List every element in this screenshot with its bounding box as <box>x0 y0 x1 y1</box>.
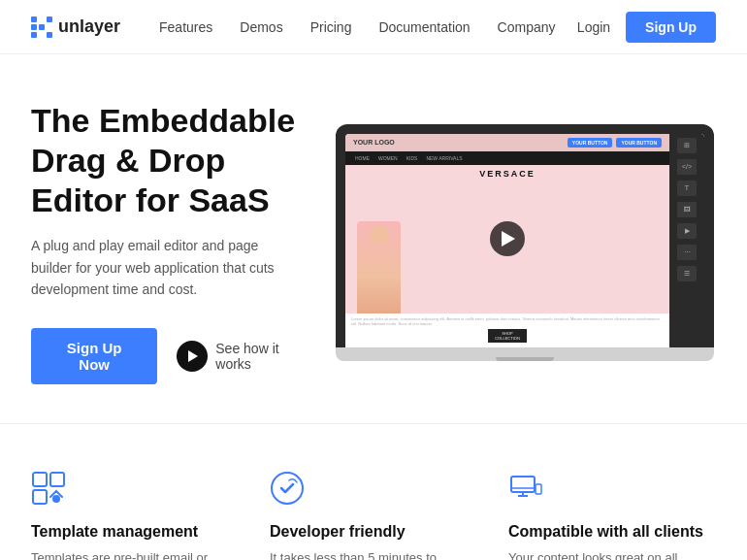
feature-compatible-desc: Your content looks great on all devices,… <box>508 548 716 560</box>
screen-model <box>357 221 401 313</box>
hero-description: A plug and play email editor and page bu… <box>31 235 283 300</box>
sidebar-image-icon: 🖼 <box>677 202 697 217</box>
logo-dot <box>31 24 37 30</box>
nav-demos[interactable]: Demos <box>240 19 282 35</box>
screen-shop-btn: SHOP COLLECTION <box>488 329 527 343</box>
sidebar-extra2-icon: ☰ <box>677 266 697 281</box>
screen-model-head <box>370 225 389 245</box>
screen-nav-home: HOME <box>351 153 374 163</box>
laptop-screen-inner: YOUR LOGO YOUR BUTTON YOUR BUTTON HOME W… <box>345 134 704 347</box>
svg-rect-5 <box>511 477 535 492</box>
screen-your-logo: YOUR LOGO <box>353 139 395 146</box>
nav-features[interactable]: Features <box>159 19 212 35</box>
see-how-label: See how it works <box>215 341 303 372</box>
screen-brand: VERSACE <box>479 169 536 179</box>
screen-header-buttons: YOUR BUTTON YOUR BUTTON <box>568 138 662 148</box>
feature-template: Template management Templates are pre-bu… <box>31 471 239 560</box>
logo-dot <box>47 32 52 38</box>
screen-play-button <box>490 221 525 256</box>
screen-nav-kids: KIDS <box>403 153 422 163</box>
svg-point-4 <box>272 473 303 504</box>
laptop-mockup: YOUR LOGO YOUR BUTTON YOUR BUTTON HOME W… <box>336 124 714 361</box>
logo-dot <box>47 24 52 30</box>
developer-friendly-icon <box>270 471 477 510</box>
nav-links: Features Demos Pricing Documentation Com… <box>159 19 577 35</box>
screen-sidebar: ⊞ </> T 🖼 ▶ ⋯ ☰ <box>669 134 704 347</box>
hero-actions: Sign Up Now See how it works <box>31 328 303 384</box>
laptop-screen-outer: YOUR LOGO YOUR BUTTON YOUR BUTTON HOME W… <box>336 124 714 347</box>
play-triangle-icon <box>188 350 198 362</box>
see-how-button[interactable]: See how it works <box>177 341 303 372</box>
feature-compatible-title: Compatible with all clients <box>508 523 716 541</box>
svg-rect-2 <box>33 490 47 504</box>
feature-template-title: Template management <box>31 523 239 541</box>
features-section: Template management Templates are pre-bu… <box>0 423 747 560</box>
sidebar-extra1-icon: ⋯ <box>677 245 697 260</box>
screen-play-triangle <box>502 231 515 247</box>
nav-documentation[interactable]: Documentation <box>378 19 470 35</box>
hero-left: The Embeddable Drag & Drop Editor for Sa… <box>31 101 303 384</box>
nav-pricing[interactable]: Pricing <box>310 19 352 35</box>
logo-grid-icon <box>31 16 52 38</box>
logo-text: unlayer <box>58 16 120 37</box>
screen-bottom: Lorem ipsum dolor sit amet, consectetur … <box>345 313 669 347</box>
signup-hero-button[interactable]: Sign Up Now <box>31 328 157 384</box>
feature-developer-title: Developer friendly <box>270 523 477 541</box>
screen-nav: HOME WOMEN KIDS NEW ARRIVALS <box>345 151 669 165</box>
login-button[interactable]: Login <box>577 19 610 35</box>
feature-developer: Developer friendly It takes less than 5 … <box>270 471 477 560</box>
screen-header: YOUR LOGO YOUR BUTTON YOUR BUTTON <box>345 134 669 151</box>
screen-nav-women: WOMEN <box>374 153 402 163</box>
screen-btn1: YOUR BUTTON <box>568 138 613 148</box>
template-management-icon <box>31 471 239 510</box>
logo-dot <box>31 16 37 22</box>
feature-compatible: Compatible with all clients Your content… <box>508 471 716 560</box>
screen-nav-arrivals: NEW ARRIVALS <box>422 153 466 163</box>
logo[interactable]: unlayer <box>31 16 120 38</box>
screen-main: YOUR LOGO YOUR BUTTON YOUR BUTTON HOME W… <box>345 134 669 347</box>
logo-dot <box>39 16 45 22</box>
screen-body: VERSACE <box>345 165 669 313</box>
logo-dot <box>31 32 37 38</box>
nav-company[interactable]: Company <box>498 19 556 35</box>
feature-template-desc: Templates are pre-built email or landing… <box>31 548 239 560</box>
play-circle-icon <box>177 341 208 372</box>
logo-dot <box>39 24 45 30</box>
signup-nav-button[interactable]: Sign Up <box>626 12 716 43</box>
logo-dot <box>47 16 52 22</box>
sidebar-video-icon: ▶ <box>677 223 697 239</box>
sidebar-code-icon: </> <box>677 159 697 175</box>
hero-title: The Embeddable Drag & Drop Editor for Sa… <box>31 101 303 219</box>
nav-actions: Login Sign Up <box>577 12 716 43</box>
sidebar-columns-icon: ⊞ <box>677 138 697 153</box>
hero-section: The Embeddable Drag & Drop Editor for Sa… <box>0 54 747 423</box>
logo-dot <box>39 32 45 38</box>
svg-rect-0 <box>33 473 47 486</box>
laptop-base <box>336 347 714 361</box>
screen-btn2: YOUR BUTTON <box>616 138 662 148</box>
svg-rect-1 <box>50 473 64 486</box>
sidebar-text-icon: T <box>677 181 697 196</box>
svg-point-3 <box>52 495 60 503</box>
feature-developer-desc: It takes less than 5 minutes to embed ou… <box>270 548 477 560</box>
svg-rect-9 <box>536 484 541 494</box>
hero-right: YOUR LOGO YOUR BUTTON YOUR BUTTON HOME W… <box>334 124 716 361</box>
compatible-clients-icon <box>508 471 716 510</box>
screen-lorem: Lorem ipsum dolor sit amet, consectetur … <box>351 316 664 327</box>
navbar: unlayer Features Demos Pricing Documenta… <box>0 0 747 54</box>
features-grid: Template management Templates are pre-bu… <box>31 471 716 560</box>
